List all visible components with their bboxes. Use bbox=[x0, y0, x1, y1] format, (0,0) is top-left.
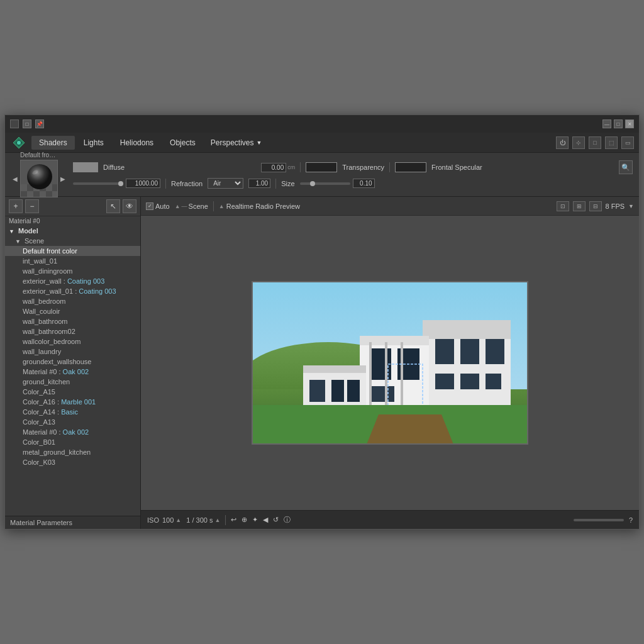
menu-item-objects[interactable]: Objects bbox=[162, 136, 203, 150]
up-arrow2-icon[interactable]: ▲ bbox=[219, 203, 225, 209]
menu-item-shaders[interactable]: Shaders bbox=[31, 136, 75, 150]
zoom-btn[interactable]: ⊕ bbox=[242, 516, 247, 524]
fps-arrow-icon[interactable]: ▼ bbox=[628, 203, 634, 209]
tree-item-ground-kitchen[interactable]: ground_kitchen bbox=[5, 377, 140, 387]
tree-item-wallcolor-bedroom[interactable]: wallcolor_bedroom bbox=[5, 336, 140, 347]
play-btn[interactable]: ◀ bbox=[263, 516, 268, 524]
add-material-btn[interactable]: + bbox=[9, 199, 23, 213]
viewport-canvas[interactable] bbox=[141, 216, 639, 510]
exposure-control[interactable]: 1 / 300 s ▲ bbox=[186, 516, 220, 524]
oak002-link-2[interactable]: Oak 002 bbox=[63, 428, 89, 436]
svg-rect-28 bbox=[435, 374, 454, 389]
scene-svg bbox=[253, 282, 528, 445]
refraction-num-input[interactable]: 1.00 bbox=[248, 179, 270, 188]
tree-item-int-wall-01[interactable]: int_wall_01 bbox=[5, 256, 140, 266]
size-value-input[interactable]: 0.10 bbox=[353, 179, 375, 188]
iso-control[interactable]: ISO 100 ▲ bbox=[147, 516, 181, 524]
svg-rect-13 bbox=[33, 191, 40, 197]
tree-item-wall-bedroom[interactable]: wall_bedroom bbox=[5, 296, 140, 306]
tree-item-wall-couloir[interactable]: Wall_couloir bbox=[5, 306, 140, 316]
crop-icon[interactable]: ⊹ bbox=[572, 136, 585, 149]
tree-item-wall-laundry[interactable]: wall_laundry bbox=[5, 347, 140, 357]
tree-item-color-k03[interactable]: Color_K03 bbox=[5, 457, 140, 467]
window-controls: — □ ✕ bbox=[602, 119, 634, 128]
tree-item-wall-bathroom[interactable]: wall_bathroom bbox=[5, 316, 140, 326]
viewport-area: ✓ Auto ▲ — Scene ▲ Realtime Radio Previe… bbox=[141, 197, 639, 529]
tree-scene-header[interactable]: ▼ Scene bbox=[5, 236, 140, 246]
viewport-layout-2-btn[interactable]: ⊞ bbox=[573, 201, 586, 211]
window3-icon[interactable]: ▭ bbox=[621, 136, 634, 149]
shader-tool-icon-btn[interactable]: 🔍 bbox=[619, 160, 633, 174]
iso-arrow-icon[interactable]: ▲ bbox=[175, 517, 181, 523]
menu-item-lights[interactable]: Lights bbox=[76, 136, 111, 150]
transparency-color-swatch[interactable] bbox=[306, 162, 337, 172]
window1-icon[interactable]: □ bbox=[589, 136, 601, 149]
tree-item-color-b01[interactable]: Color_B01 bbox=[5, 437, 140, 447]
shader-preview-thumbnail[interactable] bbox=[20, 160, 58, 197]
refresh-btn[interactable]: ↺ bbox=[273, 516, 279, 524]
marble001-link[interactable]: Marble 001 bbox=[61, 398, 96, 406]
size-slider-knob[interactable] bbox=[310, 181, 315, 186]
diffuse-color-swatch[interactable] bbox=[73, 162, 98, 172]
tree-item-wall-bathroom02[interactable]: wall_bathroom02 bbox=[5, 326, 140, 336]
tree-item-default-front-color[interactable]: Default front color bbox=[5, 246, 140, 256]
refraction-dropdown[interactable]: Air Water Glass bbox=[208, 178, 243, 189]
material-label: Material #0 bbox=[5, 216, 140, 226]
tree-item-color-a14[interactable]: Color_A14 : Basic bbox=[5, 407, 140, 417]
svg-rect-14 bbox=[40, 191, 46, 197]
prev-shader-arrow[interactable]: ◀ bbox=[11, 174, 19, 184]
tree-item-groundext-wallshouse[interactable]: groundext_wallshouse bbox=[5, 357, 140, 367]
power-icon[interactable]: ⏻ bbox=[556, 136, 569, 149]
bottom-slider[interactable] bbox=[574, 519, 624, 521]
basic-link[interactable]: Basic bbox=[61, 408, 78, 416]
coating003-link-1[interactable]: Coating 003 bbox=[67, 277, 104, 285]
app-logo bbox=[10, 134, 28, 152]
tree-view: ▼ Model ▼ Scene Default front color int_… bbox=[5, 226, 140, 516]
menu-item-heliodons[interactable]: Heliodons bbox=[113, 136, 161, 150]
up-arrow-icon[interactable]: ▲ bbox=[175, 203, 180, 209]
tree-item-exterior-wall-01[interactable]: exterior_wall_01 : Coating 003 bbox=[5, 286, 140, 296]
frontal-specular-swatch[interactable] bbox=[395, 162, 426, 172]
viewport-layout-3-btn[interactable]: ⊟ bbox=[589, 201, 602, 211]
tree-item-color-a15[interactable]: Color_A15 bbox=[5, 387, 140, 397]
tree-item-exterior-wall[interactable]: exterior_wall : Coating 003 bbox=[5, 276, 140, 286]
svg-rect-43 bbox=[401, 342, 403, 414]
tree-item-color-a16[interactable]: Color_A16 : Marble 001 bbox=[5, 397, 140, 407]
undo-btn[interactable]: ↩ bbox=[231, 516, 236, 524]
size-slider-track[interactable] bbox=[300, 182, 350, 185]
next-shader-arrow[interactable]: ▶ bbox=[59, 174, 67, 184]
offset-value-input[interactable]: 0.00 bbox=[261, 163, 286, 172]
limit-slider-track[interactable] bbox=[73, 182, 123, 185]
move-btn[interactable]: ✦ bbox=[252, 516, 258, 524]
menu-item-perspectives[interactable]: Perspectives ▼ bbox=[204, 136, 269, 150]
limit-slider-knob[interactable] bbox=[118, 181, 123, 186]
sphere-preview-svg bbox=[21, 160, 58, 197]
remove-material-btn[interactable]: − bbox=[25, 199, 39, 213]
tree-item-material0-oak002b[interactable]: Material #0 : Oak 002 bbox=[5, 427, 140, 437]
window2-icon[interactable]: ⬚ bbox=[605, 136, 618, 149]
tree-model-header[interactable]: ▼ Model bbox=[5, 226, 140, 236]
info-btn[interactable]: ⓘ bbox=[284, 515, 291, 525]
title-bar-pin-btn[interactable]: 📌 bbox=[35, 119, 44, 128]
bottom-bar: ISO 100 ▲ 1 / 300 s ▲ ↩ ⊕ ✦ ◀ ↺ ⓘ bbox=[141, 510, 639, 529]
tree-item-material0-oak002[interactable]: Material #0 : Oak 002 bbox=[5, 367, 140, 377]
scene-arrow-icon: ▼ bbox=[15, 238, 21, 245]
viewport-layout-1-btn[interactable]: ⊡ bbox=[557, 201, 569, 211]
arrow-tool-btn[interactable]: ↖ bbox=[106, 199, 120, 213]
close-button[interactable]: ✕ bbox=[625, 119, 634, 128]
coating003-link-2[interactable]: Coating 003 bbox=[79, 287, 116, 295]
tree-item-wall-diningroom[interactable]: wall_diningroom bbox=[5, 266, 140, 276]
tree-item-color-a13[interactable]: Color_A13 bbox=[5, 417, 140, 427]
limit-value-input[interactable]: 1000.00 bbox=[126, 179, 160, 188]
exposure-arrow-icon[interactable]: ▲ bbox=[214, 517, 220, 523]
help-btn[interactable]: ? bbox=[629, 516, 633, 524]
maximize-button[interactable]: □ bbox=[614, 119, 623, 128]
title-bar-options-btn[interactable]: □ bbox=[23, 119, 31, 128]
oak002-link-1[interactable]: Oak 002 bbox=[63, 368, 89, 375]
vp-divider-1 bbox=[213, 201, 214, 211]
tree-item-metal-ground-kitchen[interactable]: metal_ground_kitchen bbox=[5, 447, 140, 457]
auto-checkbox[interactable]: ✓ bbox=[146, 203, 153, 210]
minimize-button[interactable]: — bbox=[602, 119, 611, 128]
eye-tool-btn[interactable]: 👁 bbox=[123, 199, 136, 213]
preview-label: Realtime Radio Preview bbox=[226, 203, 300, 210]
